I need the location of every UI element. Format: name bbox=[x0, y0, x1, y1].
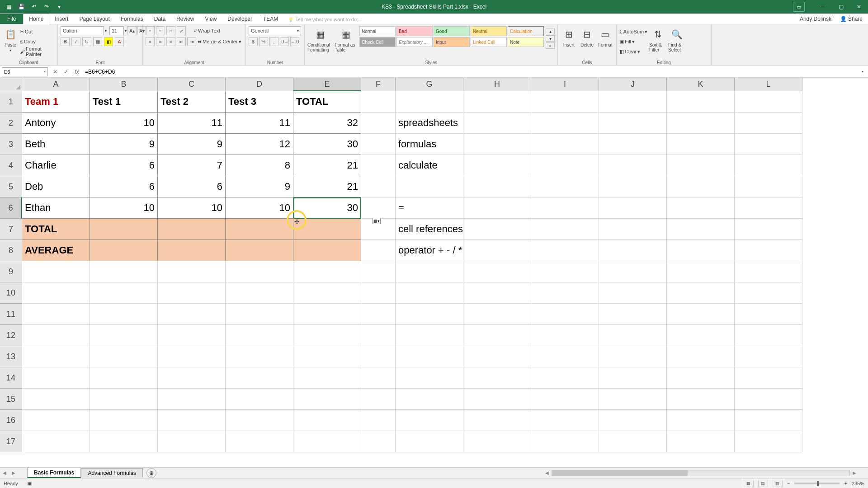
cell-G1[interactable] bbox=[396, 91, 463, 113]
cell-K4[interactable] bbox=[667, 155, 735, 176]
font-color-button[interactable]: A bbox=[115, 37, 124, 46]
cell-J8[interactable] bbox=[599, 240, 667, 261]
cell-H5[interactable] bbox=[463, 176, 531, 197]
cell-L3[interactable] bbox=[735, 134, 802, 155]
styles-scroll-down[interactable]: ▾ bbox=[546, 35, 555, 42]
cell-L6[interactable] bbox=[735, 197, 802, 219]
new-sheet-button[interactable]: ⊕ bbox=[146, 468, 156, 478]
cell-H6[interactable] bbox=[463, 197, 531, 219]
cell-L10[interactable] bbox=[735, 282, 802, 304]
cell-B13[interactable] bbox=[90, 346, 158, 367]
cell-G7[interactable]: cell references bbox=[396, 219, 463, 240]
decrease-decimal-icon[interactable]: ←.0 bbox=[290, 37, 299, 46]
cell-D14[interactable] bbox=[226, 367, 293, 389]
cell-J6[interactable] bbox=[599, 197, 667, 219]
cell-J2[interactable] bbox=[599, 113, 667, 134]
format-cells-button[interactable]: ▭Format bbox=[597, 26, 613, 56]
cell-K12[interactable] bbox=[667, 325, 735, 346]
style-linked-cell[interactable]: Linked Cell bbox=[471, 37, 507, 47]
row-header-12[interactable]: 12 bbox=[0, 325, 22, 346]
fill-button[interactable]: ▣ Fill ▾ bbox=[619, 37, 647, 46]
cell-H12[interactable] bbox=[463, 325, 531, 346]
cell-A2[interactable]: Antony bbox=[22, 113, 90, 134]
autofill-options-icon[interactable]: ▦▾ bbox=[373, 218, 381, 224]
row-header-9[interactable]: 9 bbox=[0, 261, 22, 282]
cell-K7[interactable] bbox=[667, 219, 735, 240]
cell-L13[interactable] bbox=[735, 346, 802, 367]
cell-G14[interactable] bbox=[396, 367, 463, 389]
fill-color-button[interactable]: ◧ bbox=[104, 37, 113, 46]
cell-D15[interactable] bbox=[226, 389, 293, 410]
increase-indent-icon[interactable]: ⇥ bbox=[187, 37, 196, 46]
cell-J14[interactable] bbox=[599, 367, 667, 389]
cell-B11[interactable] bbox=[90, 304, 158, 325]
cell-E11[interactable] bbox=[293, 304, 361, 325]
cell-A17[interactable] bbox=[22, 431, 90, 452]
row-header-1[interactable]: 1 bbox=[0, 91, 22, 113]
cell-J13[interactable] bbox=[599, 346, 667, 367]
column-header-F[interactable]: F bbox=[361, 78, 396, 91]
cell-I3[interactable] bbox=[531, 134, 599, 155]
insert-function-icon[interactable]: fx bbox=[71, 66, 82, 77]
cell-K13[interactable] bbox=[667, 346, 735, 367]
page-layout-view-icon[interactable]: ▤ bbox=[758, 480, 768, 487]
cell-G4[interactable]: calculate bbox=[396, 155, 463, 176]
column-header-C[interactable]: C bbox=[158, 78, 226, 91]
redo-icon[interactable]: ↷ bbox=[42, 2, 52, 12]
cell-K15[interactable] bbox=[667, 389, 735, 410]
increase-decimal-icon[interactable]: .0→ bbox=[280, 37, 289, 46]
cell-C10[interactable] bbox=[158, 282, 226, 304]
cell-G12[interactable] bbox=[396, 325, 463, 346]
find-select-button[interactable]: 🔍Find & Select bbox=[668, 26, 685, 56]
cell-B10[interactable] bbox=[90, 282, 158, 304]
cell-J12[interactable] bbox=[599, 325, 667, 346]
horizontal-scrollbar[interactable]: ◀▶ bbox=[542, 469, 859, 477]
row-header-3[interactable]: 3 bbox=[0, 134, 22, 155]
row-header-14[interactable]: 14 bbox=[0, 367, 22, 389]
cell-A8[interactable]: AVERAGE bbox=[22, 240, 90, 261]
cell-I4[interactable] bbox=[531, 155, 599, 176]
cell-G2[interactable]: spreadsheets bbox=[396, 113, 463, 134]
cell-A11[interactable] bbox=[22, 304, 90, 325]
cell-L15[interactable] bbox=[735, 389, 802, 410]
cell-J5[interactable] bbox=[599, 176, 667, 197]
cell-D17[interactable] bbox=[226, 431, 293, 452]
cell-D11[interactable] bbox=[226, 304, 293, 325]
accounting-format-icon[interactable]: $ bbox=[249, 37, 258, 46]
column-header-G[interactable]: G bbox=[396, 78, 463, 91]
tab-review[interactable]: Review bbox=[171, 14, 199, 24]
cell-G15[interactable] bbox=[396, 389, 463, 410]
cell-F17[interactable] bbox=[361, 431, 396, 452]
cell-D3[interactable]: 12 bbox=[226, 134, 293, 155]
cell-G8[interactable]: operator + - / * bbox=[396, 240, 463, 261]
cell-E12[interactable] bbox=[293, 325, 361, 346]
cell-C8[interactable] bbox=[158, 240, 226, 261]
cell-K3[interactable] bbox=[667, 134, 735, 155]
cell-A7[interactable]: TOTAL bbox=[22, 219, 90, 240]
cell-J16[interactable] bbox=[599, 410, 667, 431]
cell-I5[interactable] bbox=[531, 176, 599, 197]
cell-B16[interactable] bbox=[90, 410, 158, 431]
cell-A10[interactable] bbox=[22, 282, 90, 304]
cell-H4[interactable] bbox=[463, 155, 531, 176]
cell-D5[interactable]: 9 bbox=[226, 176, 293, 197]
sort-filter-button[interactable]: ⇅Sort & Filter bbox=[649, 26, 666, 56]
cell-J1[interactable] bbox=[599, 91, 667, 113]
cell-B5[interactable]: 6 bbox=[90, 176, 158, 197]
column-header-K[interactable]: K bbox=[667, 78, 735, 91]
cell-I8[interactable] bbox=[531, 240, 599, 261]
cell-B4[interactable]: 6 bbox=[90, 155, 158, 176]
cell-D12[interactable] bbox=[226, 325, 293, 346]
cell-C1[interactable]: Test 2 bbox=[158, 91, 226, 113]
cell-F2[interactable] bbox=[361, 113, 396, 134]
row-header-8[interactable]: 8 bbox=[0, 240, 22, 261]
format-painter-button[interactable]: 🖌 Format Painter bbox=[20, 47, 55, 56]
cell-D16[interactable] bbox=[226, 410, 293, 431]
sheet-nav-next[interactable]: ▶ bbox=[9, 470, 18, 475]
undo-icon[interactable]: ↶ bbox=[29, 2, 39, 12]
cell-E9[interactable] bbox=[293, 261, 361, 282]
percent-format-icon[interactable]: % bbox=[259, 37, 268, 46]
cell-C14[interactable] bbox=[158, 367, 226, 389]
cell-C15[interactable] bbox=[158, 389, 226, 410]
cell-L14[interactable] bbox=[735, 367, 802, 389]
